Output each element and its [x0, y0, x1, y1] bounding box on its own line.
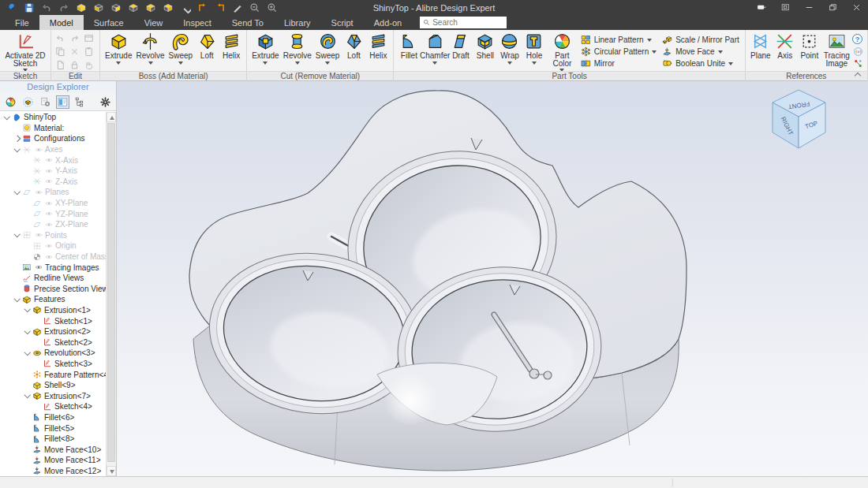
tree-item-sketch-4[interactable]: Sketch<4>: [0, 401, 106, 412]
ribbon-button-chamfer[interactable]: Chamfer: [421, 31, 448, 65]
insert-part-icon[interactable]: [21, 95, 35, 109]
tree-item-move-face-10[interactable]: Move Face<10>: [0, 444, 106, 455]
ribbon-button-shell[interactable]: Shell: [473, 31, 497, 60]
visibility-eye-icon[interactable]: [44, 241, 54, 250]
tree-item-features[interactable]: Features: [0, 294, 106, 305]
tree-item-extrusion-2[interactable]: Extrusion<2>: [0, 326, 106, 337]
ribbon-button-tracing-image[interactable]: Tracing Image: [822, 31, 851, 67]
menu-tab-inspect[interactable]: Inspect: [173, 15, 221, 30]
help-icon[interactable]: ?: [852, 34, 862, 44]
ribbon-button-sweep[interactable]: Sweep: [314, 31, 342, 65]
visibility-eye-icon[interactable]: [34, 145, 44, 154]
tree-open-chevron[interactable]: [13, 146, 21, 154]
feature-options-icon[interactable]: [39, 95, 52, 109]
menu-tab-surface[interactable]: Surface: [84, 15, 134, 30]
ribbon-button-equation-circle[interactable]: (x): [852, 46, 864, 57]
view-cube[interactable]: FRONT RIGHT TOP: [762, 86, 835, 154]
ribbon-button-activate-2d-sketch[interactable]: Activate 2D Sketch: [3, 31, 47, 72]
display-select-button[interactable]: [750, 0, 773, 15]
tree-item-shinytop[interactable]: ShinyTop: [0, 112, 106, 123]
visibility-eye-icon[interactable]: [44, 156, 54, 165]
zoom-out-icon[interactable]: [249, 2, 260, 13]
save-icon[interactable]: [24, 2, 35, 13]
tree-item-fillet-5[interactable]: Fillet<5>: [0, 423, 106, 434]
snap-layout-button[interactable]: [773, 0, 797, 15]
qcube-right-icon[interactable]: [128, 2, 139, 13]
qcube-solid-icon[interactable]: [76, 2, 87, 13]
ribbon-button-hole[interactable]: Hole: [522, 31, 546, 65]
window-icon[interactable]: [83, 32, 96, 45]
menu-tab-script[interactable]: Script: [321, 15, 364, 30]
ribbon-button-part-color[interactable]: Part Color: [547, 31, 578, 72]
tree-open-chevron[interactable]: [13, 296, 21, 304]
redo-icon[interactable]: [69, 32, 82, 45]
visibility-eye-icon[interactable]: [34, 188, 44, 196]
corner-arrow-left-icon[interactable]: [197, 2, 208, 13]
lock-icon[interactable]: [69, 59, 82, 72]
tree-item-origin[interactable]: Origin: [0, 240, 106, 251]
ribbon-button-fillet[interactable]: Fillet: [397, 31, 421, 60]
tree-item-fillet-8[interactable]: Fillet<8>: [0, 434, 106, 445]
tree-item-yz-plane[interactable]: YZ-Plane: [0, 208, 106, 219]
visibility-eye-icon[interactable]: [44, 220, 54, 229]
tree-item-x-axis[interactable]: X-Axis: [0, 155, 106, 166]
visibility-eye-icon[interactable]: [44, 210, 54, 218]
settings-gear-icon[interactable]: [99, 95, 112, 109]
ribbon-button-point[interactable]: Point: [798, 31, 821, 60]
ribbon-button-move-face[interactable]: Move Face: [660, 46, 742, 57]
tree-item-sketch-2[interactable]: Sketch<2>: [0, 337, 106, 348]
tree-item-axes[interactable]: Axes: [0, 144, 106, 155]
clipboard-icon[interactable]: [83, 46, 96, 58]
tree-open-chevron[interactable]: [13, 188, 21, 196]
tree-item-z-axis[interactable]: Z-Axis: [0, 177, 106, 188]
tree-open-chevron[interactable]: [24, 306, 32, 314]
close-button[interactable]: [844, 0, 868, 15]
zoom-in-icon[interactable]: [267, 2, 278, 13]
visibility-eye-icon[interactable]: [44, 177, 54, 186]
ribbon-button-helix[interactable]: Helix: [219, 31, 243, 60]
panel-layout-icon[interactable]: [56, 95, 69, 109]
ribbon-button-extrude[interactable]: Extrude: [250, 31, 280, 65]
menu-tab-model[interactable]: Model: [39, 15, 84, 30]
tree-structure-icon[interactable]: [73, 95, 87, 109]
ribbon-button-link-values[interactable]: [852, 58, 864, 69]
menu-tab-add-on[interactable]: Add-on: [364, 15, 412, 30]
search-input[interactable]: [432, 18, 503, 27]
search-box[interactable]: [420, 17, 507, 28]
hand-icon[interactable]: [83, 59, 96, 72]
tree-open-chevron[interactable]: [24, 328, 32, 336]
tree-item-points[interactable]: Points: [0, 230, 106, 241]
tree-item-tracing-images[interactable]: Tracing Images: [0, 262, 106, 273]
ribbon-button-mirror[interactable]: Mirror: [578, 58, 659, 69]
scroll-up-arrow[interactable]: [107, 112, 116, 122]
ribbon-button-sweep[interactable]: Sweep: [167, 31, 195, 65]
tree-item-move-face-11[interactable]: Move Face<11>: [0, 455, 106, 466]
qcube-top-icon[interactable]: [145, 2, 156, 13]
viewport-3d[interactable]: FRONT RIGHT TOP: [117, 81, 868, 476]
chev-down-small-icon[interactable]: [180, 2, 191, 13]
tree-item-feature-pattern-4[interactable]: Feature Pattern<4>: [0, 369, 106, 380]
visibility-eye-icon[interactable]: [44, 199, 54, 207]
model-3d[interactable]: [117, 81, 868, 476]
ribbon-button-wrap[interactable]: Wrap: [498, 31, 522, 65]
ribbon-button-draft[interactable]: Draft: [449, 31, 473, 60]
tree-open-chevron[interactable]: [24, 392, 32, 400]
tree-item-y-axis[interactable]: Y-Axis: [0, 166, 106, 177]
menu-tab-file[interactable]: File: [5, 15, 39, 30]
page-icon[interactable]: [54, 59, 68, 72]
tree-item-configurations[interactable]: Configurations: [0, 133, 106, 144]
tree-item-move-face-12[interactable]: Move Face<12>: [0, 466, 106, 476]
ribbon-button-axis[interactable]: Axis: [773, 31, 797, 60]
ribbon-button-loft[interactable]: Loft: [195, 31, 219, 60]
tree-item-xy-plane[interactable]: XY-Plane: [0, 198, 106, 209]
minimize-button[interactable]: [797, 0, 821, 15]
tree-open-chevron[interactable]: [13, 231, 21, 239]
ribbon-button-revolve[interactable]: Revolve: [134, 31, 166, 65]
undo-icon[interactable]: [54, 32, 68, 45]
menu-tab-send-to[interactable]: Send To: [222, 15, 274, 30]
qcube-left-icon[interactable]: [110, 2, 122, 13]
ribbon-button-extrude[interactable]: Extrude: [103, 31, 133, 65]
qcube-iso-icon[interactable]: [163, 2, 174, 13]
ribbon-button-scale-mirror-part[interactable]: Scale / Mirror Part: [660, 34, 742, 45]
copy-icon[interactable]: [54, 46, 68, 58]
